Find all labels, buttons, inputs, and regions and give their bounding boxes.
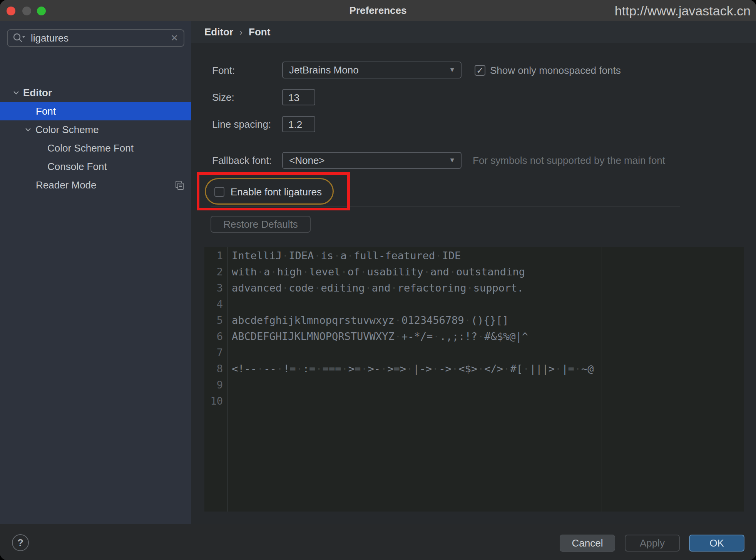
line-number: 4 [204, 296, 223, 312]
clear-search-icon[interactable]: ✕ [171, 33, 178, 43]
size-label: Size: [212, 91, 234, 103]
dropdown-arrow-icon: ▼ [449, 157, 455, 164]
breadcrumb-bar: Editor›Font [191, 21, 756, 43]
monospaced-checkbox[interactable] [475, 65, 485, 76]
ok-button[interactable]: OK [689, 535, 744, 552]
settings-sidebar: ligatures ✕ Editor Font Color Scheme Col… [0, 21, 191, 524]
help-button[interactable]: ? [12, 534, 29, 551]
code-line: 5abcdefghijklmnopqrstuvwxyz·0123456789·(… [204, 312, 744, 328]
breadcrumb-separator: › [233, 27, 249, 37]
code-line: 9 [204, 377, 744, 393]
tree-item-color-scheme[interactable]: Color Scheme [0, 120, 191, 139]
code-line: 3advanced·code·editing·and·refactoring·s… [204, 280, 744, 296]
titlebar: Preferences http://www.javastack.cn [0, 0, 756, 21]
line-number: 6 [204, 328, 223, 345]
tree-label: Editor [23, 87, 52, 99]
font-label: Font: [212, 64, 235, 77]
ligatures-checkbox-label[interactable]: Enable font ligatures [231, 186, 322, 198]
code-line: 7 [204, 345, 744, 361]
line-number: 9 [204, 377, 223, 393]
code-text: IntelliJ·IDEA·is·a·full-featured·IDE [232, 248, 461, 264]
watermark-url: http://www.javastack.cn [615, 0, 751, 21]
fallback-font-label: Fallback font: [212, 154, 272, 167]
tree-item-editor[interactable]: Editor [0, 83, 191, 102]
search-input[interactable]: ligatures ✕ [7, 29, 184, 47]
tree-label: Font [36, 105, 56, 117]
monospaced-checkbox-label[interactable]: Show only monospaced fonts [490, 64, 621, 77]
font-settings-panel: Editor›Font Font: JetBrains Mono ▼ Show … [191, 21, 756, 524]
line-number: 2 [204, 264, 223, 280]
ligatures-checkbox[interactable] [214, 187, 224, 197]
fallback-font-dropdown[interactable]: <None> ▼ [282, 152, 462, 169]
code-text: ABCDEFGHIJKLMNOPQRSTUVWXYZ·+-*/=·.,;:!?·… [232, 328, 528, 345]
fallback-font-hint: For symbols not supported by the main fo… [473, 154, 665, 167]
search-value: ligatures [31, 32, 171, 44]
tree-item-reader-mode[interactable]: Reader Mode [0, 176, 191, 194]
line-number: 1 [204, 248, 223, 264]
chevron-down-icon[interactable] [12, 88, 20, 97]
chevron-down-icon[interactable] [24, 125, 32, 134]
line-number: 8 [204, 361, 223, 377]
breadcrumb-editor[interactable]: Editor [204, 26, 233, 38]
tree-item-color-scheme-font[interactable]: Color Scheme Font [0, 139, 191, 157]
copy-pages-icon [175, 180, 184, 193]
cancel-button[interactable]: Cancel [560, 535, 615, 552]
search-icon [12, 32, 25, 44]
code-text: abcdefghijklmnopqrstuvwxyz·0123456789·()… [232, 312, 508, 328]
line-number: 3 [204, 280, 223, 296]
dropdown-arrow-icon: ▼ [449, 66, 455, 74]
code-line: 8<!--·--·!=·:=·===·>=·>-·>=>·|->·->·<$>·… [204, 361, 744, 377]
line-number: 5 [204, 312, 223, 328]
font-family-dropdown[interactable]: JetBrains Mono ▼ [282, 62, 462, 78]
preferences-window: Preferences http://www.javastack.cn liga… [0, 0, 756, 560]
size-input[interactable]: 13 [282, 89, 315, 105]
code-text: <!--·--·!=·:=·===·>=·>-·>=>·|->·->·<$>·<… [232, 361, 594, 377]
apply-button[interactable]: Apply [625, 535, 680, 552]
code-line: 4 [204, 296, 744, 312]
fallback-font-value: <None> [289, 155, 449, 167]
code-line: 1IntelliJ·IDEA·is·a·full-featured·IDE [204, 248, 744, 264]
code-line: 10 [204, 393, 744, 409]
code-line: 6ABCDEFGHIJKLMNOPQRSTUVWXYZ·+-*/=·.,;:!?… [204, 328, 744, 345]
tree-label: Console Font [47, 161, 107, 173]
code-line: 2with·a·high·level·of·usability·and·outs… [204, 264, 744, 280]
font-preview-editor[interactable]: 1IntelliJ·IDEA·is·a·full-featured·IDE2wi… [204, 247, 744, 512]
restore-defaults-button[interactable]: Restore Defaults [211, 216, 311, 233]
tree-label: Reader Mode [36, 179, 97, 191]
code-text: advanced·code·editing·and·refactoring·su… [232, 280, 524, 296]
line-spacing-label: Line spacing: [212, 118, 271, 130]
line-number: 7 [204, 345, 223, 361]
breadcrumb-font: Font [249, 26, 270, 38]
dialog-footer: ? Cancel Apply OK [0, 524, 756, 560]
breadcrumb: Editor›Font [204, 21, 270, 43]
tree-label: Color Scheme Font [47, 142, 134, 154]
font-family-value: JetBrains Mono [289, 64, 449, 76]
tree-label: Color Scheme [35, 124, 99, 136]
code-text: with·a·high·level·of·usability·and·outst… [232, 264, 525, 280]
tree-item-font[interactable]: Font [0, 102, 191, 120]
line-spacing-input[interactable]: 1.2 [282, 116, 315, 132]
tree-item-console-font[interactable]: Console Font [0, 157, 191, 176]
line-number: 10 [204, 393, 223, 409]
